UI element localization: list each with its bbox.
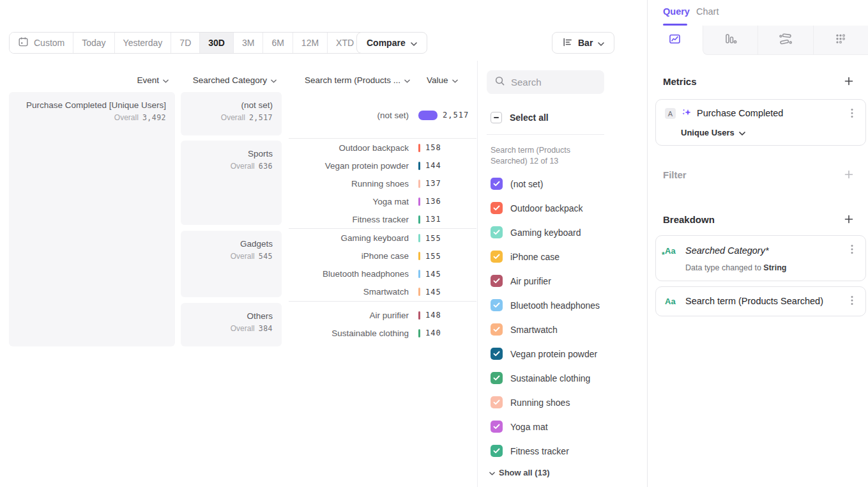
add-filter-button[interactable]: [842, 169, 855, 182]
indeterminate-checkbox[interactable]: [491, 112, 502, 123]
report-type-tabs: [648, 26, 868, 55]
checkbox-checked[interactable]: [491, 323, 503, 336]
show-all-button[interactable]: Show all (13): [489, 468, 549, 477]
chevron-down-icon: [739, 128, 745, 137]
term-label: Gaming keyboard: [289, 233, 409, 243]
chart-type-label: Bar: [578, 38, 593, 48]
checkbox-checked[interactable]: [491, 445, 503, 457]
checkbox-checked[interactable]: [491, 421, 503, 433]
date-range-custom[interactable]: Custom: [10, 33, 73, 53]
checkbox-checked[interactable]: [491, 372, 503, 384]
category-title: Others: [231, 311, 273, 321]
query-sidebar: Query Chart Metrics A Purchase Completed: [647, 0, 868, 487]
filter-item-sustainable-clothing[interactable]: Sustainable clothing: [491, 372, 590, 384]
date-range-30d[interactable]: 30D: [200, 33, 234, 53]
chevron-down-icon: [271, 75, 277, 85]
column-header-label: Value: [427, 75, 448, 85]
add-breakdown-button[interactable]: [842, 213, 855, 226]
add-metric-button[interactable]: [842, 75, 855, 88]
filter-item-outdoor-backpack[interactable]: Outdoor backpack: [491, 202, 583, 214]
date-range-12m[interactable]: 12M: [293, 33, 328, 53]
filter-item-running-shoes[interactable]: Running shoes: [491, 396, 570, 408]
filter-item-air-purifier[interactable]: Air purifier: [491, 275, 551, 287]
event-sparkle-icon: [681, 107, 692, 121]
table-row-sustainable-clothing: Sustainable clothing140: [289, 324, 476, 342]
date-range-3m[interactable]: 3M: [234, 33, 263, 53]
checkbox-checked[interactable]: [491, 299, 503, 311]
select-all-label: Select all: [510, 112, 549, 123]
value-bar[interactable]: [418, 111, 438, 120]
value-bar[interactable]: [418, 234, 420, 242]
value-text: 145: [425, 270, 441, 279]
filter-item-fitness-tracker[interactable]: Fitness tracker: [491, 445, 569, 457]
checkbox-checked[interactable]: [491, 396, 503, 408]
filter-item-yoga-mat[interactable]: Yoga mat: [491, 421, 548, 433]
tab-chart[interactable]: Chart: [696, 6, 719, 17]
search-input[interactable]: [511, 77, 597, 88]
column-header-searched-category[interactable]: Searched Category: [181, 74, 277, 86]
checkbox-checked[interactable]: [491, 251, 503, 263]
retention-icon: [834, 33, 847, 48]
filter-group-label: Search term (Products Searched) 12 of 13: [491, 145, 598, 166]
date-range-7d[interactable]: 7D: [171, 33, 200, 53]
value-bar[interactable]: [418, 270, 420, 278]
filter-item-iphone-case[interactable]: iPhone case: [491, 251, 560, 263]
value-bar[interactable]: [418, 215, 420, 224]
filter-search-box[interactable]: [487, 70, 604, 94]
date-range-yesterday[interactable]: Yesterday: [115, 33, 172, 53]
checkbox-checked[interactable]: [491, 178, 503, 190]
category-overall: Overall384: [231, 324, 273, 333]
metric-card[interactable]: A Purchase Completed Unique Users: [655, 99, 866, 146]
date-range-label: 7D: [179, 38, 191, 48]
flows-icon: [779, 33, 793, 48]
select-all-toggle[interactable]: Select all: [491, 112, 549, 123]
tab-query[interactable]: Query: [663, 6, 690, 17]
column-header-label: Search term (Products ...: [305, 75, 400, 85]
table-row-iphone-case: iPhone case155: [289, 247, 476, 265]
value-bar[interactable]: [418, 197, 420, 206]
checkbox-checked[interactable]: [491, 202, 503, 214]
breakdown-card-search-term[interactable]: Aa Search term (Products Searched): [655, 286, 866, 316]
column-header-event[interactable]: Event: [96, 74, 169, 86]
filter-item-bluetooth-headphones[interactable]: Bluetooth headphones: [491, 299, 600, 311]
value-bar[interactable]: [418, 180, 420, 188]
column-header-value[interactable]: Value: [427, 74, 471, 86]
table-row-air-purifier: Air purifier148: [289, 306, 476, 324]
date-range-today[interactable]: Today: [73, 33, 114, 53]
chart-type-button[interactable]: Bar: [552, 32, 614, 54]
tab-retention[interactable]: [813, 26, 868, 55]
filter-item-label: Sustainable clothing: [510, 373, 590, 383]
value-text: 145: [425, 288, 441, 297]
checkbox-checked[interactable]: [491, 226, 503, 238]
column-header-search-term[interactable]: Search term (Products ...: [281, 74, 410, 86]
event-overall: Overall3,492: [26, 113, 166, 122]
value-bar[interactable]: [418, 288, 420, 296]
tab-funnels[interactable]: [703, 26, 758, 55]
category-overall: Overall2,517: [221, 113, 273, 122]
value-bar[interactable]: [418, 144, 420, 152]
event-cell: Purchase Completed [Unique Users] Overal…: [9, 92, 175, 346]
value-bar[interactable]: [418, 311, 420, 320]
kebab-menu-icon[interactable]: [846, 107, 858, 119]
checkbox-checked[interactable]: [491, 348, 503, 360]
kebab-menu-icon[interactable]: [846, 244, 858, 255]
filter-item-vegan-protein-powder[interactable]: Vegan protein powder: [491, 348, 597, 360]
metric-aggregation-dropdown[interactable]: Unique Users: [681, 128, 745, 137]
filter-item-label: Outdoor backpack: [510, 203, 583, 213]
filter-item-not-set[interactable]: (not set): [491, 178, 543, 190]
checkbox-checked[interactable]: [491, 275, 503, 287]
chevron-down-icon: [404, 75, 410, 85]
kebab-menu-icon[interactable]: [846, 295, 858, 306]
compare-button[interactable]: Compare: [356, 32, 427, 54]
tab-flows[interactable]: [758, 26, 813, 55]
tab-insights[interactable]: [648, 26, 703, 55]
category-overall: Overall545: [231, 252, 273, 261]
value-bar[interactable]: [418, 162, 420, 170]
filter-item-gaming-keyboard[interactable]: Gaming keyboard: [491, 226, 581, 238]
term-label: Fitness tracker: [289, 215, 409, 224]
breakdown-card-searched-category[interactable]: Aa* Searched Category* Data type changed…: [655, 235, 866, 281]
date-range-6m[interactable]: 6M: [263, 33, 293, 53]
value-bar[interactable]: [418, 252, 420, 260]
value-bar[interactable]: [418, 329, 420, 337]
filter-item-smartwatch[interactable]: Smartwatch: [491, 323, 558, 336]
